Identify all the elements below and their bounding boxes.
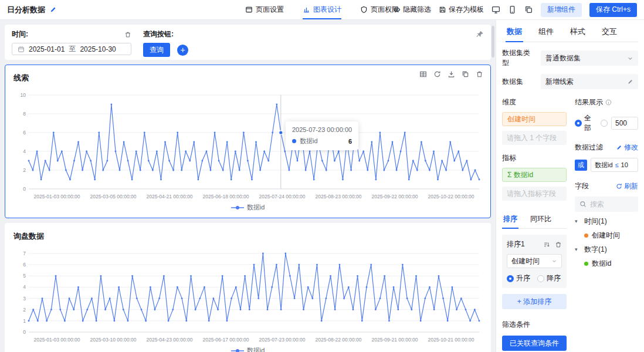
metric-dropzone[interactable]: 请拖入指标字段 bbox=[502, 187, 567, 201]
add-filter-icon[interactable]: + bbox=[177, 45, 188, 56]
chart-card-inquiry[interactable]: 询盘数据 012345672025-01-03 00:00:002025-03-… bbox=[5, 223, 491, 352]
delete-chart-icon[interactable] bbox=[476, 70, 483, 78]
copy-page-icon[interactable] bbox=[524, 5, 533, 14]
chart-title: 询盘数据 bbox=[5, 224, 490, 242]
dataset-type-value: 普通数据集 bbox=[545, 53, 581, 63]
field-group-number[interactable]: ▾ 数字(1) bbox=[575, 242, 638, 256]
result-count-input[interactable] bbox=[611, 117, 638, 130]
inquiry-line-chart[interactable]: 012345672025-01-03 00:00:002025-03-10 00… bbox=[12, 248, 484, 345]
chart-card-leads[interactable]: 线索 02468102025-01-03 00:00:002025-0 bbox=[5, 65, 491, 218]
field-tree: ▾ 时间(1) 创建时间 ▾ 数字(1) 数据id bbox=[575, 214, 638, 270]
edit-dataset-icon[interactable] bbox=[627, 79, 633, 85]
chart-toolbar bbox=[419, 70, 483, 78]
panel-tab-component[interactable]: 组件 bbox=[537, 20, 555, 42]
linked-query-condition-button[interactable]: 已关联查询条件 bbox=[502, 336, 567, 351]
tooltip-series-dot bbox=[292, 139, 296, 143]
canvas-scrollbar[interactable] bbox=[492, 26, 494, 57]
field-item-create-time[interactable]: 创建时间 bbox=[575, 228, 638, 242]
svg-text:0: 0 bbox=[23, 186, 26, 192]
tab-page-permission[interactable]: 页面权限 bbox=[360, 0, 399, 19]
radio-result-all[interactable]: 全部 bbox=[575, 113, 597, 133]
field-item-data-id[interactable]: 数据id bbox=[575, 256, 638, 270]
field-group-time[interactable]: ▾ 时间(1) bbox=[575, 214, 638, 228]
modify-label: 修改 bbox=[624, 143, 638, 153]
svg-text:8: 8 bbox=[23, 111, 26, 117]
filter-value: 10 bbox=[621, 161, 628, 168]
chart-tooltip: 2025-07-23 00:00:00 数据id 6 bbox=[286, 121, 358, 150]
sort-tabs: 排序 同环比 bbox=[502, 210, 567, 229]
sort-rule-label: 排序1 bbox=[507, 239, 525, 249]
date-to-value[interactable]: 2025-10-30 bbox=[80, 45, 116, 53]
refresh-fields-link[interactable]: 刷新 bbox=[616, 181, 638, 191]
number-field-dot-icon bbox=[584, 262, 588, 266]
search-input[interactable] bbox=[590, 200, 632, 208]
refresh-chart-icon[interactable] bbox=[433, 70, 441, 78]
svg-text:3: 3 bbox=[23, 296, 26, 302]
query-button[interactable]: 查询 bbox=[143, 43, 170, 57]
add-sort-button[interactable]: + 添加排序 bbox=[502, 294, 567, 309]
legend[interactable]: 数据id bbox=[5, 346, 490, 352]
leads-line-chart[interactable]: 02468102025-01-03 00:00:002025-03-05 00:… bbox=[12, 89, 484, 202]
chevron-down-icon bbox=[627, 55, 633, 62]
panel-tab-style[interactable]: 样式 bbox=[569, 20, 587, 42]
modify-filter-link[interactable]: 修改 bbox=[616, 143, 638, 153]
tooltip-time: 2025-07-23 00:00:00 bbox=[292, 126, 352, 133]
date-from-value[interactable]: 2025-01-01 bbox=[29, 45, 65, 53]
pin-icon[interactable] bbox=[476, 31, 484, 39]
save-as-template-button[interactable]: 保存为模板 bbox=[439, 5, 484, 15]
svg-text:7: 7 bbox=[23, 251, 26, 256]
date-range-picker[interactable]: 2025-01-01 至 2025-10-30 bbox=[12, 43, 131, 55]
sort-order-icon[interactable] bbox=[543, 241, 550, 248]
save-button[interactable]: 保存 Ctrl+s bbox=[589, 3, 637, 17]
search-icon bbox=[579, 201, 587, 208]
legend-label: 数据id bbox=[247, 346, 265, 352]
legend[interactable]: 数据id bbox=[5, 203, 490, 212]
date-to-label: 至 bbox=[69, 44, 76, 54]
delete-filter-icon[interactable] bbox=[124, 31, 131, 38]
radio-ascending[interactable]: 升序 bbox=[507, 273, 530, 283]
save-as-template-label: 保存为模板 bbox=[449, 5, 484, 15]
page-title: 日分析数据 bbox=[7, 5, 45, 15]
desktop-preview-icon[interactable] bbox=[492, 5, 500, 14]
chart-title: 线索 bbox=[5, 65, 490, 83]
dataset-type-label: 数据集类型 bbox=[502, 48, 536, 68]
svg-text:2025-03-10 00:00:00: 2025-03-10 00:00:00 bbox=[90, 337, 137, 343]
download-chart-icon[interactable] bbox=[448, 70, 455, 78]
copy-chart-icon[interactable] bbox=[462, 70, 469, 78]
tab-chart-design[interactable]: 图表设计 bbox=[303, 0, 341, 19]
metric-field-tag[interactable]: Σ 数据id bbox=[502, 168, 567, 182]
panel-tabs: 数据 组件 样式 交互 bbox=[502, 20, 638, 42]
tab-sort[interactable]: 排序 bbox=[502, 210, 518, 228]
delete-sort-icon[interactable] bbox=[555, 241, 562, 248]
field-search[interactable] bbox=[575, 197, 638, 212]
filter-expression[interactable]: 数据id ≤ 10 bbox=[591, 158, 638, 172]
mobile-preview-icon[interactable] bbox=[508, 5, 517, 14]
svg-text:2025-01-03 00:00:00: 2025-01-03 00:00:00 bbox=[34, 194, 80, 199]
dimension-field-tag[interactable]: 创建时间 bbox=[502, 112, 567, 126]
tooltip-series-name: 数据id bbox=[300, 137, 318, 145]
radio-result-count[interactable] bbox=[601, 120, 608, 127]
sort-field-select[interactable]: 创建时间 bbox=[507, 254, 562, 268]
view-table-icon[interactable] bbox=[419, 70, 427, 78]
dataset-type-select[interactable]: 普通数据集 bbox=[541, 50, 638, 66]
svg-text:4: 4 bbox=[23, 284, 26, 290]
new-component-button[interactable]: 新增组件 bbox=[541, 3, 582, 17]
radio-descending[interactable]: 降序 bbox=[537, 273, 561, 283]
panel-tab-data[interactable]: 数据 bbox=[506, 20, 523, 42]
sort-rule-card: 排序1 创建时间 bbox=[502, 235, 567, 288]
svg-text:5: 5 bbox=[23, 273, 26, 279]
edit-title-icon[interactable] bbox=[49, 6, 57, 13]
dataset-value: 新增线索 bbox=[545, 77, 574, 87]
dataset-field[interactable]: 新增线索 bbox=[541, 74, 638, 89]
topbar-left: 日分析数据 bbox=[7, 5, 142, 15]
save-template-icon bbox=[439, 6, 446, 13]
svg-text:2025-07-23 00:00:00: 2025-07-23 00:00:00 bbox=[259, 337, 306, 343]
tab-page-settings[interactable]: 页面设置 bbox=[245, 0, 284, 19]
dimension-label: 维度 bbox=[502, 97, 567, 107]
or-operator-tag[interactable]: 或 bbox=[575, 160, 587, 171]
svg-text:2: 2 bbox=[23, 307, 26, 313]
dimension-dropzone[interactable]: 请拖入 1 个字段 bbox=[502, 131, 567, 145]
svg-text:10: 10 bbox=[21, 92, 26, 98]
panel-tab-interaction[interactable]: 交互 bbox=[601, 20, 618, 42]
tab-period-comparison[interactable]: 同环比 bbox=[529, 210, 553, 228]
